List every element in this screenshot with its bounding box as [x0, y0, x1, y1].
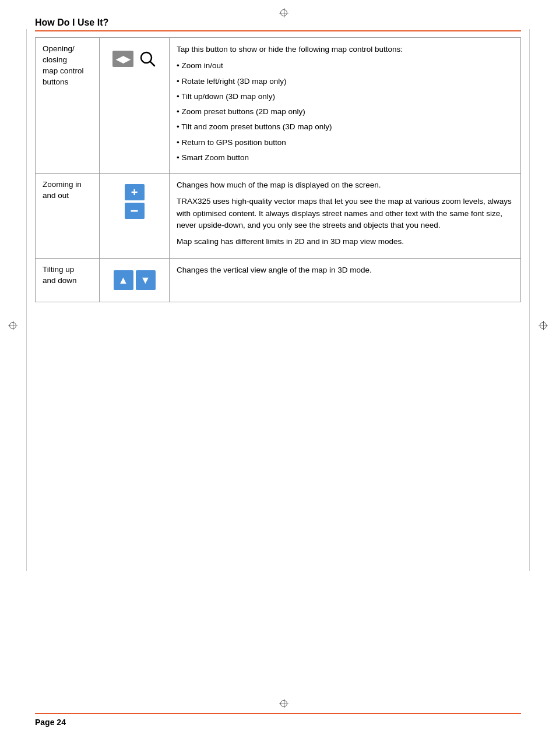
zoom-in-icon: +	[125, 184, 145, 200]
margin-line-left	[26, 29, 27, 571]
nav-arrows-icon: ◀▶	[112, 51, 133, 67]
footer-line	[35, 713, 521, 714]
crosshair-bottom	[278, 698, 290, 709]
table-row: Opening/closingmap controlbuttons ◀▶	[36, 38, 521, 174]
icon-map-control: ◀▶	[100, 38, 170, 174]
list-item: Smart Zoom button	[177, 152, 513, 164]
tilt-buttons: ▲ ▼	[107, 264, 162, 296]
list-item: Zoom in/out	[177, 60, 513, 72]
zoom-para-1: Changes how much of the map is displayed…	[177, 179, 513, 191]
svg-line-1	[150, 62, 154, 66]
zoom-para-3: Map scaling has different limits in 2D a…	[177, 236, 513, 248]
desc-zooming: Changes how much of the map is displayed…	[170, 174, 521, 259]
label-opening-closing: Opening/closingmap controlbuttons	[36, 38, 100, 174]
desc-tilting: Changes the vertical view angle of the m…	[170, 259, 521, 302]
content-table: Opening/closingmap controlbuttons ◀▶	[35, 37, 521, 302]
zoom-para-2: TRAX325 uses high-quality vector maps th…	[177, 196, 513, 231]
page-container: How Do I Use It? Opening/closingmap cont…	[0, 0, 556, 756]
label-zooming: Zooming inand out	[36, 174, 100, 259]
desc-intro: Tap this button to show or hide the foll…	[177, 44, 513, 55]
crosshair-left	[7, 320, 19, 331]
icon-zoom: + −	[100, 174, 170, 259]
search-icon	[138, 50, 157, 68]
page-footer: Page 24	[35, 713, 521, 727]
bullet-list: Zoom in/out Rotate left/right (3D map on…	[177, 60, 513, 164]
zoom-out-icon: −	[125, 203, 145, 219]
map-control-icon-group: ◀▶	[107, 44, 162, 74]
tilt-up-icon: ▲	[114, 270, 133, 290]
icon-tilt: ▲ ▼	[100, 259, 170, 302]
crosshair-right	[537, 320, 549, 331]
zoom-buttons: + −	[107, 179, 162, 224]
list-item: Tilt and zoom preset buttons (3D map onl…	[177, 121, 513, 133]
list-item: Zoom preset buttons (2D map only)	[177, 106, 513, 118]
label-tilting: Tilting upand down	[36, 259, 100, 302]
crosshair-top	[278, 7, 290, 19]
list-item: Rotate left/right (3D map only)	[177, 76, 513, 87]
list-item: Tilt up/down (3D map only)	[177, 91, 513, 103]
margin-line-right	[529, 29, 530, 571]
table-row: Zooming inand out + − Changes how much o…	[36, 174, 521, 259]
table-row: Tilting upand down ▲ ▼ Changes the verti…	[36, 259, 521, 302]
tilt-down-icon: ▼	[136, 270, 156, 290]
desc-opening-closing: Tap this button to show or hide the foll…	[170, 38, 521, 174]
footer-page-number: Page 24	[35, 718, 521, 727]
page-title: How Do I Use It?	[35, 17, 521, 31]
list-item: Return to GPS position button	[177, 137, 513, 149]
